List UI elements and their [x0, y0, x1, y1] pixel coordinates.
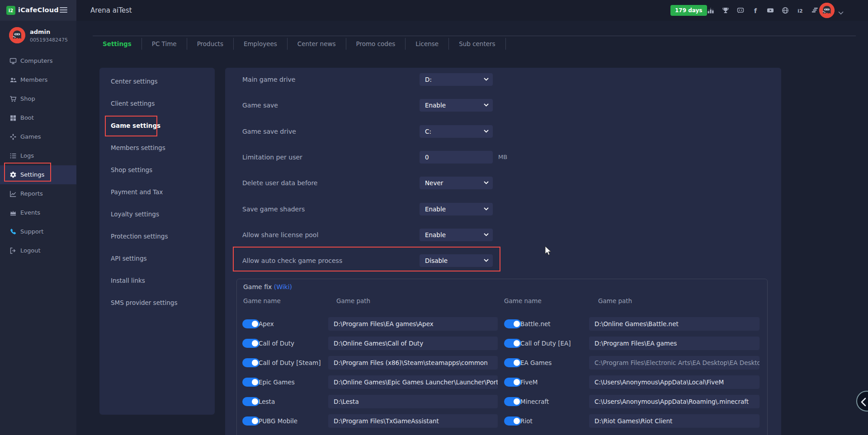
toggle-battle-net[interactable]: [504, 319, 521, 328]
chevron-down-icon[interactable]: [838, 8, 844, 17]
game-path-input[interactable]: C:\Users\Anonymous\AppData\Local\FiveM: [589, 375, 760, 389]
game-path-input[interactable]: C:\Users\Anonymous\AppData\Roaming\.mine…: [589, 395, 760, 408]
license-days-badge[interactable]: 179 days: [670, 5, 707, 16]
input-limitation-per-user[interactable]: 0: [420, 151, 493, 164]
game-path-input[interactable]: D:\Online Games\Battle.net: [589, 317, 760, 331]
select-game-save-drive[interactable]: C:: [420, 125, 493, 138]
tab-sub-centers[interactable]: Sub centers: [449, 38, 505, 50]
game-fix-row-ea-games: EA Games C:\Program Files\Electronic Art…: [237, 356, 767, 370]
settings-nav-center-settings[interactable]: Center settings: [111, 76, 158, 87]
icafe-mark-icon[interactable]: i2: [796, 6, 805, 15]
chevron-down-icon: [484, 207, 489, 210]
settings-nav-payment-and-tax[interactable]: Payment and Tax: [111, 187, 163, 197]
sidebar-item-label: Reports: [20, 184, 43, 203]
user-name: admin: [30, 28, 50, 35]
cart-icon: [9, 95, 17, 103]
app-window: i2 iCafeCloud Arena aiTest 179 days fi2 …: [0, 0, 868, 435]
sidebar-item-games[interactable]: Games: [0, 127, 76, 146]
toggle-ea-games[interactable]: [504, 358, 521, 367]
sidebar-item-members[interactable]: Members: [0, 70, 76, 89]
sidebar-item-logs[interactable]: Logs: [0, 146, 76, 165]
trophy-icon[interactable]: [721, 6, 730, 15]
form-label: Allow share license pool: [242, 228, 768, 242]
globe-icon[interactable]: [781, 6, 790, 15]
select-delete-user-data-before[interactable]: Never: [420, 177, 493, 189]
settings-nav-card: Center settingsClient settingsGame setti…: [99, 68, 215, 415]
column-header-game-name: Game name: [243, 297, 281, 304]
sidebar-item-settings[interactable]: Settings: [0, 165, 76, 184]
settings-nav-install-links[interactable]: Install links: [111, 275, 145, 286]
phone-icon: [9, 228, 17, 235]
settings-nav-client-settings[interactable]: Client settings: [111, 98, 155, 109]
select-value: Enable: [425, 206, 446, 213]
tab-products[interactable]: Products: [187, 38, 234, 50]
layers-icon[interactable]: [811, 6, 820, 15]
sidebar-item-label: Logout: [20, 241, 41, 260]
discord-icon[interactable]: [736, 6, 745, 15]
center-title: Arena aiTest: [90, 0, 132, 21]
settings-nav-game-settings[interactable]: Game settings: [111, 120, 160, 131]
collapse-panel-button[interactable]: [856, 391, 868, 412]
ranking-icon[interactable]: [706, 6, 715, 15]
form-row-allow-share-license-pool: Allow share license poolEnable: [242, 228, 768, 242]
game-fix-row-battle-net: Battle.net D:\Online Games\Battle.net: [237, 317, 767, 331]
settings-nav-shop-settings[interactable]: Shop settings: [111, 164, 152, 175]
settings-nav-members-settings[interactable]: Members settings: [111, 142, 165, 153]
user-avatar[interactable]: [819, 3, 835, 18]
users-icon: [9, 76, 17, 84]
tab-employees[interactable]: Employees: [234, 38, 288, 50]
topbar-icons: fi2: [706, 6, 820, 15]
form-row-save-game-shaders: Save game shadersEnable: [242, 202, 768, 216]
sidebar-item-events[interactable]: Events: [0, 203, 76, 222]
hamburger-menu-icon[interactable]: [60, 7, 67, 13]
toggle-riot[interactable]: [504, 416, 521, 426]
game-fix-row-fivem: FiveM C:\Users\Anonymous\AppData\Local\F…: [237, 375, 767, 389]
select-value: Disable: [425, 257, 448, 264]
tab-promo-codes[interactable]: Promo codes: [346, 38, 406, 50]
settings-nav-api-settings[interactable]: API settings: [111, 253, 146, 264]
select-save-game-shaders[interactable]: Enable: [420, 203, 493, 215]
chevron-down-icon: [484, 233, 489, 236]
game-path-input[interactable]: D:\Program Files\EA games: [589, 337, 760, 350]
form-row-main-game-drive: Main game driveD:: [242, 73, 768, 86]
tab-bar: SettingsPC TimeProductsEmployeesCenter n…: [93, 38, 506, 50]
game-path-input[interactable]: D:\Riot Games\Riot Client: [589, 414, 760, 428]
sidebar-item-boot[interactable]: Boot: [0, 108, 76, 127]
toggle-fivem[interactable]: [504, 378, 521, 387]
select-allow-share-license-pool[interactable]: Enable: [420, 229, 493, 241]
toggle-minecraft[interactable]: [504, 397, 521, 406]
column-header-game-name: Game name: [504, 297, 542, 304]
select-main-game-drive[interactable]: D:: [420, 73, 493, 86]
tab-license[interactable]: License: [406, 38, 449, 50]
settings-nav-protection-settings[interactable]: Protection settings: [111, 231, 168, 242]
gear-icon: [9, 171, 17, 178]
settings-nav-loyalty-settings[interactable]: Loyalty settings: [111, 209, 159, 220]
sidebar-item-reports[interactable]: Reports: [0, 184, 76, 203]
svg-text:i2: i2: [797, 8, 802, 14]
game-path-input[interactable]: C:\Program Files\Electronic Arts\EA Desk…: [589, 356, 760, 370]
select-value: D:: [425, 76, 432, 83]
games-icon: [9, 133, 17, 140]
sidebar-item-computers[interactable]: Computers: [0, 51, 76, 70]
unit-label: MB: [498, 151, 507, 164]
list-icon: [9, 152, 17, 159]
sidebar-item-shop[interactable]: Shop: [0, 89, 76, 108]
toggle-call-of-duty-ea-[interactable]: [504, 339, 521, 348]
logo-text: iCafeCloud: [18, 6, 59, 14]
wiki-link[interactable]: (Wiki): [274, 283, 292, 290]
monitor-icon: [9, 57, 17, 65]
chevron-left-icon: [860, 398, 867, 407]
avatar[interactable]: [9, 27, 25, 43]
youtube-icon[interactable]: [766, 6, 775, 15]
sidebar-item-support[interactable]: Support: [0, 222, 76, 241]
tab-pc-time[interactable]: PC Time: [142, 38, 187, 50]
tab-center-news[interactable]: Center news: [288, 38, 346, 50]
select-game-save[interactable]: Enable: [420, 99, 493, 112]
sidebar-item-logout[interactable]: Logout: [0, 241, 76, 260]
select-allow-auto-check-game-process[interactable]: Disable: [420, 254, 493, 267]
chart-icon: [9, 190, 17, 197]
tab-settings[interactable]: Settings: [93, 38, 142, 50]
sidebar-item-label: Events: [20, 203, 40, 222]
settings-nav-sms-provider-settings[interactable]: SMS provider settings: [111, 297, 177, 308]
facebook-icon[interactable]: f: [751, 6, 760, 15]
